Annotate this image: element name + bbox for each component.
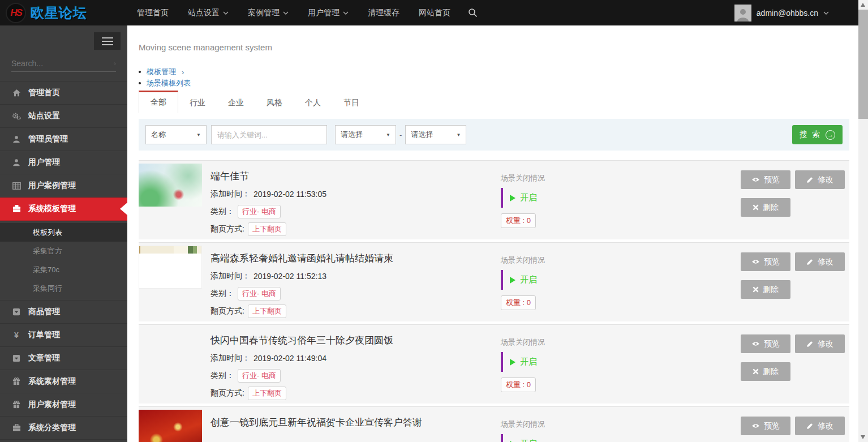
arrow-right-circle-icon: → [826,130,835,140]
sidebar-subitem-collect-70c[interactable]: 采集70c [0,260,127,279]
field-select[interactable]: 名称 ▼ [145,125,207,144]
sidebar-item-system-material-management[interactable]: 系统素材管理 [0,370,127,393]
edit-label: 修改 [818,257,833,267]
category-label: 类别： [210,207,234,217]
sidebar-subitem-template-list[interactable]: 模板列表 [0,223,127,242]
sidebar-menu: 管理首页 站点设置 管理员管理 用户管理 用户案例管理 系统模板管理 [0,81,127,440]
sidebar-item-system-category-management[interactable]: 系统分类管理 [0,417,127,440]
search-button[interactable]: 搜 索 → [792,125,843,144]
scene-enable-toggle[interactable]: 开启 [501,270,543,290]
tab-style[interactable]: 风格 [255,93,294,113]
topbar-search-button[interactable] [460,8,485,18]
sidebar-item-order-management[interactable]: ¥ 订单管理 [0,324,127,347]
logo[interactable]: HS 欧星论坛 [0,3,127,23]
sidebar-item-admin-management[interactable]: 管理员管理 [0,128,127,151]
dropdown-arrow-icon: ▼ [196,132,201,138]
weight-badge: 权重 : 0 [501,295,536,310]
scene-enable-toggle[interactable]: 开启 [501,188,543,208]
preview-button[interactable]: 预览 [741,334,790,353]
scene-enable-toggle[interactable]: 开启 [501,352,543,372]
breadcrumb-separator: › [182,68,184,76]
added-time-value: 2019-02-02 11:49:04 [253,354,326,363]
scene-status-label: 场景关闭情况 [501,337,741,347]
range-separator: - [399,131,402,139]
edit-label: 修改 [818,175,833,185]
sidebar-item-user-management[interactable]: 用户管理 [0,151,127,174]
added-time-label: 添加时间： [210,271,250,281]
sidebar-item-user-material-management[interactable]: 用户素材管理 [0,393,127,417]
home-icon [11,89,22,97]
edit-button[interactable]: 修改 [795,417,845,435]
template-title: 端午佳节 [210,170,501,183]
nav-item-clear-cache[interactable]: 清理缓存 [358,0,409,25]
delete-button[interactable]: 删除 [741,280,790,299]
preview-label: 预览 [764,257,780,267]
breadcrumb-link-scene-template-list[interactable]: 场景模板列表 [147,78,191,88]
tab-enterprise[interactable]: 企业 [217,93,255,113]
user-email: admin@ohbbs.cn [757,8,818,18]
tab-all[interactable]: 全部 [139,91,178,113]
edit-label: 修改 [818,339,833,349]
tab-festival[interactable]: 节日 [332,93,371,113]
sidebar-item-label: 管理首页 [28,88,60,98]
sidebar-item-site-settings[interactable]: 站点设置 [0,105,127,128]
breadcrumb: 模板管理 › 场景模板列表 [139,66,849,89]
nav-item-site-settings[interactable]: 站点设置 [178,0,238,25]
template-thumbnail [139,164,202,207]
edit-button[interactable]: 修改 [795,252,845,271]
play-icon [510,277,515,284]
sidebar-subitem-label: 采集同行 [33,284,62,294]
sidebar-item-system-template-management[interactable]: 系统模板管理 [0,198,127,221]
sidebar-item-label: 用户管理 [28,157,60,168]
sidebar-subitem-collect-official[interactable]: 采集官方 [0,242,127,260]
nav-item-case-management[interactable]: 案例管理 [238,0,298,25]
toggle-label: 开启 [520,357,537,367]
sidebar-item-user-case-management[interactable]: 用户案例管理 [0,174,127,198]
scene-status-label: 场景关闭情况 [501,255,741,265]
vertical-scrollbar[interactable] [858,0,868,442]
category-select-to[interactable]: 请选择 ▼ [405,125,466,144]
edit-button[interactable]: 修改 [795,170,845,189]
sidebar-item-article-management[interactable]: 文章管理 [0,347,127,370]
field-select-value: 名称 [151,130,166,140]
delete-button[interactable]: 删除 [741,198,790,217]
paging-label: 翻页方式: [210,388,244,398]
tab-personal[interactable]: 个人 [294,93,332,113]
delete-button[interactable]: 删除 [741,362,790,381]
nav-item-site-home[interactable]: 网站首页 [409,0,460,25]
dropdown-arrow-icon: ▼ [386,132,390,138]
sidebar-collapse-button[interactable] [94,32,121,50]
scrollbar-thumb[interactable] [858,10,868,119]
user-menu[interactable]: admin@ohbbs.cn [734,0,829,25]
scene-enable-toggle[interactable]: 开启 [501,434,543,442]
nav-item-admin-home[interactable]: 管理首页 [127,0,178,25]
weight-badge: 权重 : 0 [501,213,536,228]
scroll-down-icon[interactable] [861,435,865,439]
sidebar-subitem-collect-peers[interactable]: 采集同行 [0,279,127,298]
tab-industry[interactable]: 行业 [178,93,217,113]
avatar [734,5,751,22]
preview-button[interactable]: 预览 [741,252,790,271]
keyword-input[interactable] [211,125,327,144]
template-title: 快闪中国春节传统习俗年三十除夕夜团圆饭 [210,334,501,347]
sidebar-item-product-management[interactable]: 商品管理 [0,301,127,324]
preview-button[interactable]: 预览 [741,170,790,189]
select-value: 请选择 [341,130,363,140]
pencil-icon [806,422,814,430]
caret-square-icon [11,308,22,316]
yen-icon: ¥ [11,331,22,340]
category-select-from[interactable]: 请选择 ▼ [335,125,396,144]
delete-label: 删除 [763,203,779,213]
preview-button[interactable]: 预览 [741,417,790,435]
gears-icon [11,112,22,121]
pencil-icon [806,340,814,347]
sidebar: 管理首页 站点设置 管理员管理 用户管理 用户案例管理 系统模板管理 [0,25,127,442]
sidebar-search-input[interactable] [11,59,114,68]
preview-label: 预览 [764,175,780,185]
edit-button[interactable]: 修改 [795,334,845,353]
nav-item-user-management[interactable]: 用户管理 [298,0,358,25]
breadcrumb-link-template-management[interactable]: 模板管理 [147,67,176,77]
sidebar-item-admin-home[interactable]: 管理首页 [0,81,127,105]
scroll-up-icon[interactable] [861,3,865,7]
page-title: Moving scene management system [139,42,849,52]
